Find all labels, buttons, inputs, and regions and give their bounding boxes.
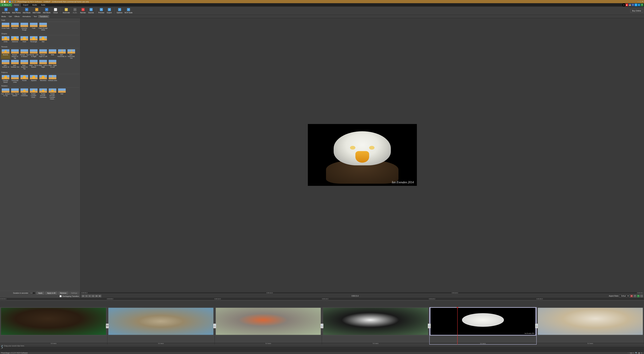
zoom-in-button[interactable]: + [632,352,635,354]
fullscreen-button[interactable]: ⛶ [640,295,643,297]
transition-tetromino[interactable]: Tetromino [38,75,48,83]
add-folder-button[interactable]: +Add Folder [32,8,41,14]
close-button[interactable]: ✕ [642,1,643,3]
transition-radial-clockwise[interactable]: Radial - Clockwise [20,88,29,100]
transitions-list[interactable]: FadeCross FadeDissolveDissolve RoughFade… [0,18,80,291]
transition-reveal-bottom-to-top[interactable]: Reveal - Bottom to Top [10,49,20,59]
next-clip-button[interactable]: ▸▸ [98,295,101,297]
options-button[interactable]: +Options [116,8,123,14]
play-button[interactable]: ▸ [88,295,91,297]
apply-button[interactable]: Apply [36,292,44,294]
new-icon[interactable] [3,1,6,3]
subtab-effects[interactable]: Effects [13,15,21,18]
apply-all-button[interactable]: Apply to All [45,292,57,294]
transition-dissolve[interactable]: Dissolve [10,23,20,31]
audio-drop-hint[interactable]: 🔊 Drag your sound clips here. [0,344,644,347]
transition-reveal-right-to-left[interactable]: Reveal - Right to Left [38,49,48,59]
timeline-view-button[interactable]: ≡ [640,352,643,354]
subtab-edit[interactable]: Edit [8,15,13,18]
transition-wipe-right-to-left[interactable]: Wipe - Right to Left [48,60,57,70]
timeline-clip[interactable]: 5.0 secs❚❚2.0 [107,307,215,344]
transition-circle[interactable]: Circle [1,36,10,44]
transition-fan-bottom-to-top[interactable]: Fan - Bottom to Top [1,88,10,100]
transition-heart[interactable]: Heart [20,36,29,44]
subtab-media[interactable]: Media [0,15,8,18]
transition-split-vertical-in[interactable]: Split - Vertical, In [1,60,10,70]
transition-checker-board[interactable]: Checker Board [1,75,10,83]
subtab-text[interactable]: Text [32,15,38,18]
transition-wipe-top-to-bottom[interactable]: Wipe - Top to Bottom [29,60,38,70]
aspect-ratio-select[interactable]: Default [620,294,630,297]
help-icon[interactable]: ? [641,4,643,6]
transition-reveal-top-to-bottom[interactable]: Reveal - Top to Bottom [20,49,29,59]
timeline-clip[interactable]: 5.0 secs🔗2.0 [322,307,429,344]
open-icon[interactable] [6,1,8,3]
redo-icon[interactable] [14,1,16,3]
rotate-right-button[interactable]: ↷ [637,295,640,297]
transition-roll[interactable]: Roll [57,88,66,100]
timeline-clip[interactable]: 5.0 secs [0,307,107,344]
transition-radial-smooth-clockwise[interactable]: Radial Smooth - Clockwise [38,88,48,100]
transition-link-button[interactable]: 🔗2.0 [213,324,216,328]
narration-track[interactable]: 🎤 [0,347,644,349]
narrate-button[interactable]: +Narrate [80,8,86,14]
transition-split-vertical-out[interactable]: Split - Vertical, Out [10,60,20,70]
timeline-clip[interactable]: 5.0 secs🔗2.0 [215,307,322,344]
audio-button[interactable]: +Audio [72,8,78,14]
maximize-button[interactable]: ▢ [640,1,641,3]
timeline-ruler[interactable]: 0:00:00.00:00:05.00:00:10.00:00:15.00:00… [0,298,644,300]
sounds-button[interactable]: +Sounds [88,8,94,14]
transition-link-button[interactable]: 🔗2.0 [320,324,324,328]
transition-split-horizontal-in[interactable]: Split - Horizontal, In [57,49,66,59]
transition-wipe-left-to-right[interactable]: Wipe - Left to Right [38,60,48,70]
transition-split-horizontal-out[interactable]: Split - Horizontal, Out [67,49,76,59]
transition-vertical-lines[interactable]: Vertical Lines [48,75,57,83]
transition-radial-counter-clock-[interactable]: Radial - Counter-Clock... [29,88,38,100]
buy-online-button[interactable]: Buy Online [630,9,643,13]
add-blank-button[interactable]: +Add Blank [43,8,50,14]
transition-wipe-bottom-to-top[interactable]: Wipe - Bottom to Top [20,60,29,70]
zoom-out-button[interactable]: − [627,352,630,354]
step-forward-button[interactable]: ▸| [92,295,94,297]
add-photos-button[interactable]: +Add Photos [12,8,21,14]
automate-button[interactable]: +Automate [63,8,70,14]
transition-link-button[interactable]: 🔗2.0 [535,324,538,328]
prev-clip-button[interactable]: ◂◂ [95,295,98,297]
menu-tab-suite[interactable]: Suite [39,3,47,7]
export-button[interactable]: +Export [106,8,112,14]
transition-fade-through-white[interactable]: Fade through White [38,23,48,31]
transition-bounce[interactable]: Bounce [1,49,10,59]
transition-fade[interactable]: Fade [29,23,38,31]
transition-radial-smooth-counter-clock-[interactable]: Radial Smooth - Counter-Clock... [48,88,57,100]
timeline-clip[interactable]: 5.0 secs🔗2.0 [537,307,644,344]
transition-puzzle[interactable]: Puzzle [20,75,29,83]
add-music-button[interactable]: +Add Music [23,8,31,14]
overlapping-checkbox[interactable] [60,295,62,297]
timeline-track[interactable]: 5.0 secs5.0 secs❚❚2.05.0 secs🔗2.05.0 sec… [0,307,644,344]
transition-link-button[interactable]: ❚❚2.0 [106,324,109,328]
playhead[interactable] [457,307,458,344]
transition-dissolve-rough[interactable]: Dissolve Rough [20,23,29,31]
preview-button[interactable]: +Preview [98,8,104,14]
undo-icon[interactable] [12,1,14,3]
transition-link-button[interactable]: 🔗2.0 [428,324,431,328]
transition-horizontal-lines[interactable]: Horizontal Lines [10,75,20,83]
menu-tab-home[interactable]: Home [12,3,21,7]
transition-slide[interactable]: Slide [48,49,57,59]
menu-tab-export[interactable]: Export [21,3,30,7]
transition-rectangle[interactable]: Rectangle [29,36,38,44]
linkedin-icon[interactable]: in [638,4,640,6]
transition-reveal-left-to-right[interactable]: Reveal - Left to Right [29,49,38,59]
subtab-transitions[interactable]: Transitions [38,15,49,18]
save-icon[interactable] [9,1,11,3]
flickr-icon[interactable]: •• [622,4,625,6]
transition-squares[interactable]: Squares [29,75,38,83]
add-media-button[interactable]: +Add Media [2,8,10,14]
menu-button[interactable]: ☰ Menu ▾ [0,3,12,7]
duration-input[interactable] [29,292,36,294]
delete-clip-button[interactable]: ✖ [630,295,633,297]
settings-button[interactable]: Settings [69,292,79,294]
thumbs-up-icon[interactable]: 👍 [628,4,631,6]
storyboard-view-button[interactable]: ▦ [638,352,640,354]
remove-button[interactable]: Remove [58,292,68,294]
